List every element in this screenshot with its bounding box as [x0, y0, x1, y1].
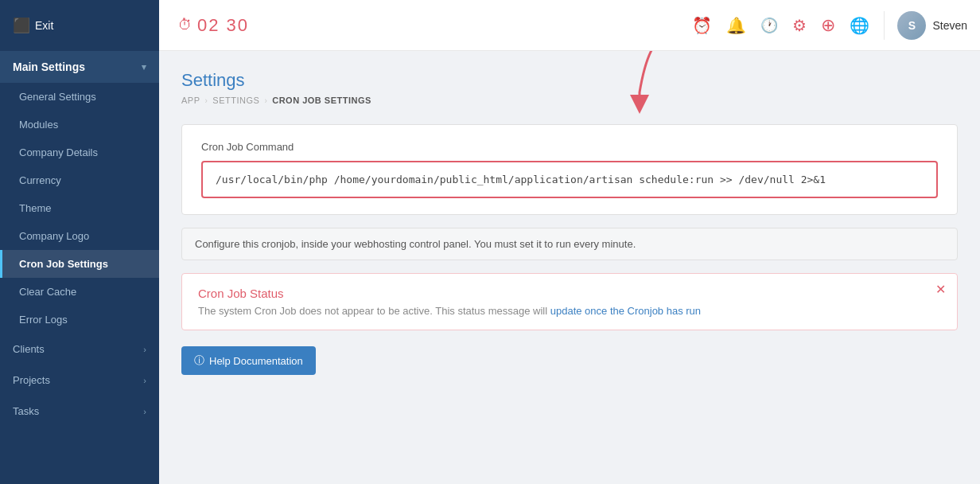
topbar-center: ⏱ 02 30	[159, 15, 692, 36]
main-settings-label: Main Settings	[13, 60, 85, 73]
bell-icon[interactable]: 🔔	[726, 16, 746, 35]
status-card: ✕ Cron Job Status The system Cron Job do…	[181, 273, 958, 330]
status-highlight: update once the Cronjob has run	[550, 305, 701, 317]
cron-command-card: Cron Job Command /usr/local/bin/php /hom…	[181, 124, 958, 215]
projects-chevron: ›	[143, 376, 146, 385]
sidebar-item-tasks[interactable]: Tasks ›	[0, 396, 159, 427]
exit-icon: ⬛	[13, 17, 30, 34]
status-text-1: The system Cron Job does not appear to b…	[198, 305, 547, 317]
help-documentation-button[interactable]: ⓘ Help Documentation	[181, 346, 316, 375]
avatar-initials: S	[908, 19, 916, 32]
info-box: Configure this cronjob, inside your webh…	[181, 228, 958, 260]
sidebar-item-theme[interactable]: Theme	[0, 194, 159, 222]
sidebar-item-general-settings[interactable]: General Settings	[0, 83, 159, 111]
cron-command-box[interactable]: /usr/local/bin/php /home/yourdomain/publ…	[201, 161, 938, 198]
alarm-icon[interactable]: ⏰	[692, 16, 712, 35]
breadcrumb-sep-1: ›	[205, 96, 208, 105]
sidebar-item-clear-cache[interactable]: Clear Cache	[0, 278, 159, 306]
exit-button[interactable]: ⬛ Exit	[13, 17, 53, 34]
breadcrumb-app: APP	[181, 96, 200, 105]
globe-icon[interactable]: 🌐	[850, 16, 869, 35]
sidebar-item-currency[interactable]: Currency	[0, 166, 159, 194]
breadcrumb-settings: SETTINGS	[212, 96, 259, 105]
time-icon: ⏱	[178, 17, 192, 33]
close-status-button[interactable]: ✕	[935, 283, 946, 296]
add-icon[interactable]: ⊕	[821, 15, 835, 36]
main-settings-header[interactable]: Main Settings ▾	[0, 51, 159, 83]
username: Steven	[932, 19, 967, 32]
clients-chevron: ›	[143, 345, 146, 354]
sidebar-item-clients[interactable]: Clients ›	[0, 334, 159, 365]
user-area[interactable]: S Steven	[884, 11, 967, 40]
breadcrumb-current: CRON JOB SETTINGS	[272, 96, 371, 105]
content-area: Settings APP › SETTINGS › CRON JOB SETTI…	[159, 51, 980, 484]
breadcrumb-sep-2: ›	[264, 96, 267, 105]
help-icon: ⓘ	[194, 353, 204, 368]
help-label: Help Documentation	[209, 355, 303, 367]
time-display: 02 30	[197, 15, 249, 36]
sidebar-item-company-details[interactable]: Company Details	[0, 139, 159, 166]
sidebar-item-modules[interactable]: Modules	[0, 111, 159, 139]
gear-icon[interactable]: ⚙	[792, 16, 807, 35]
topbar-right: ⏰ 🔔 🕐 ⚙ ⊕ 🌐 S Steven	[692, 11, 980, 40]
sidebar-item-cron-job-settings[interactable]: Cron Job Settings	[0, 250, 159, 278]
main-settings-chevron: ▾	[142, 62, 146, 72]
sidebar-item-projects[interactable]: Projects ›	[0, 365, 159, 396]
status-title: Cron Job Status	[198, 287, 941, 300]
topbar-left: ⬛ Exit	[0, 0, 159, 51]
info-text: Configure this cronjob, inside your webh…	[195, 238, 636, 250]
exit-label: Exit	[35, 19, 53, 32]
breadcrumb: APP › SETTINGS › CRON JOB SETTINGS	[181, 96, 958, 105]
cron-command-label: Cron Job Command	[201, 141, 938, 153]
sidebar-item-error-logs[interactable]: Error Logs	[0, 306, 159, 334]
status-text: The system Cron Job does not appear to b…	[198, 305, 941, 317]
page-title: Settings	[181, 70, 958, 91]
avatar: S	[897, 11, 926, 40]
sidebar-item-company-logo[interactable]: Company Logo	[0, 222, 159, 250]
tasks-chevron: ›	[143, 407, 146, 416]
sidebar: Main Settings ▾ General Settings Modules…	[0, 51, 159, 484]
history-icon[interactable]: 🕐	[760, 17, 778, 34]
